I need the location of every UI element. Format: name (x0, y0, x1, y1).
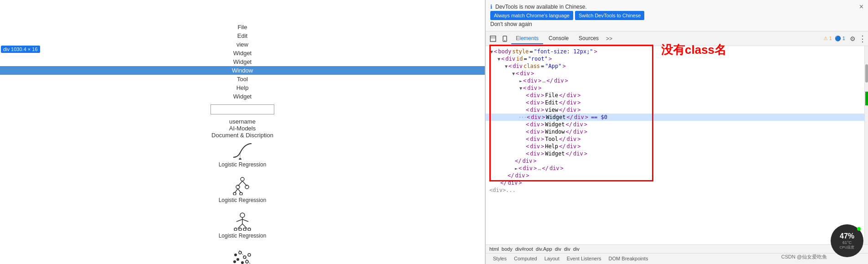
tree-arrow-3[interactable]: ▼ (512, 71, 515, 76)
breadcrumb-divroot[interactable]: div#root (515, 246, 533, 252)
svg-point-0 (239, 158, 241, 160)
csdn-watermark: CSDN @仙女爱吃鱼 (781, 254, 827, 260)
tree-arrow-body[interactable]: ▼ (490, 49, 493, 54)
tree-arrow-root[interactable]: ▼ (498, 57, 500, 62)
menu-edit[interactable]: Edit (197, 31, 288, 40)
tree-div-4[interactable]: ▼ <div> (486, 84, 864, 92)
tree-div-root[interactable]: ▼ <div id="root" > (486, 55, 864, 62)
tree-div-app[interactable]: ▼ <div class="App" > (486, 62, 864, 70)
devtools-content: ▼ <body style="font-size: 12px;" > ▼ <di… (486, 46, 868, 244)
logistic-network-icon (231, 212, 254, 231)
document-label: Document & Discription (211, 132, 273, 139)
node-label-logistic2: Logistic Regression (219, 197, 267, 203)
tree-div-file[interactable]: <div> File </div> (486, 92, 864, 99)
tree-div-widget2[interactable]: <div> Widget </div> (486, 121, 864, 128)
cpu-green-dot (857, 227, 861, 231)
tree-arrow-app[interactable]: ▼ (505, 64, 508, 69)
app-panel: div 1030.4 × 16 File Edit view Widget Wi… (0, 0, 485, 264)
settings-icon[interactable]: ⚙ (848, 34, 858, 43)
svg-point-11 (240, 213, 245, 217)
tab-elements[interactable]: Elements (511, 33, 543, 44)
scrollbar-thumb[interactable] (865, 64, 868, 83)
node-logistic2[interactable]: Logistic Regression (219, 177, 267, 203)
more-options-icon[interactable]: ⋮ (858, 34, 866, 44)
breadcrumb-html[interactable]: html (489, 246, 499, 252)
notification-row: ℹ DevTools is now available in Chinese. … (490, 3, 863, 11)
devtools-panel: ℹ DevTools is now available in Chinese. … (485, 0, 868, 264)
notification-buttons: Always match Chrome's language Switch De… (490, 11, 863, 20)
cpu-percentage: 47% (840, 232, 854, 240)
node-logistic1[interactable]: Logistic Regression (219, 141, 267, 168)
svg-line-13 (236, 219, 242, 222)
inspect-icon[interactable] (488, 33, 498, 44)
tree-div-widget-selected[interactable]: ··· <div> Widget </div> == $0 (486, 114, 864, 121)
tab-console[interactable]: Console (544, 33, 573, 44)
tree-arrow-c1[interactable]: ► (519, 78, 522, 83)
tree-div-widget3[interactable]: <div> Widget </div> (486, 150, 864, 157)
devtools-scrollbar[interactable] (864, 46, 868, 244)
svg-point-20 (248, 228, 251, 231)
svg-point-23 (233, 260, 236, 263)
devtools-notification: ℹ DevTools is now available in Chinese. … (486, 0, 868, 31)
info-icon: ℹ (490, 4, 493, 10)
svg-point-22 (236, 258, 239, 261)
menu-widget3[interactable]: Widget (197, 92, 288, 101)
menu-widget1[interactable]: Widget (197, 49, 288, 57)
menu-widget2[interactable]: Widget (197, 57, 288, 66)
svg-point-17 (234, 228, 237, 231)
more-tabs-button[interactable]: >> (604, 35, 614, 43)
breadcrumb-div3[interactable]: div (573, 246, 580, 252)
tree-arrow-c2[interactable]: ► (515, 166, 518, 171)
tree-div-tool[interactable]: <div> Tool </div> (486, 135, 864, 143)
cpu-label: CPU温度 (840, 245, 855, 250)
menu-file[interactable]: File (197, 23, 288, 31)
tree-div-edit[interactable]: <div> Edit </div> (486, 99, 864, 106)
menu-container: File Edit view Widget Widget Window Tool… (0, 23, 485, 264)
tree-body-tag[interactable]: ▼ <body style="font-size: 12px;" > (486, 48, 864, 55)
tree-dots: ··· (519, 115, 526, 120)
svg-point-28 (241, 261, 244, 264)
tree-div-3[interactable]: ▼ <div> (486, 70, 864, 77)
tree-div-collapsed1[interactable]: ► <div> … </div> (486, 77, 864, 84)
bottom-tab-event-listeners[interactable]: Event Listeners (563, 254, 605, 264)
cpu-temp: 61°C (842, 240, 852, 245)
bottom-tab-dom-breakpoints[interactable]: DOM Breakpoints (605, 254, 652, 264)
menu-view[interactable]: view (197, 40, 288, 49)
tree-div-view[interactable]: <div> view </div> (486, 106, 864, 114)
node-logistic3[interactable]: Logistic Regression (219, 212, 267, 239)
device-icon[interactable] (499, 33, 510, 44)
tree-arrow-4[interactable]: ▼ (519, 86, 522, 91)
breadcrumb-body[interactable]: body (502, 246, 513, 252)
svg-point-33 (504, 40, 505, 41)
menu-tool[interactable]: Tool (197, 75, 288, 83)
menu-window[interactable]: Window (0, 66, 485, 75)
svg-point-27 (248, 254, 251, 256)
menu-help[interactable]: Help (197, 83, 288, 92)
warning-badge: ⚠ 1 (823, 36, 832, 41)
breadcrumb-divapp[interactable]: div.App (536, 246, 552, 252)
dont-show-button[interactable]: Don't show again (490, 20, 863, 28)
svm-scatter-icon (231, 248, 254, 264)
match-language-button[interactable]: Always match Chrome's language (490, 11, 573, 20)
bottom-tab-computed[interactable]: Computed (510, 254, 541, 264)
tab-sources[interactable]: Sources (574, 33, 603, 44)
search-input[interactable] (211, 104, 274, 114)
node-label-logistic1: Logistic Regression (219, 161, 267, 168)
tree-close-app: </div> (486, 179, 864, 186)
bottom-tab-styles[interactable]: Styles (489, 254, 510, 264)
node-svm[interactable]: Svm (231, 248, 254, 264)
tree-div-collapsed2[interactable]: ► <div> … </div> (486, 165, 864, 172)
breadcrumb-div1[interactable]: div (555, 246, 561, 252)
tree-div-window[interactable]: <div> Window </div> (486, 128, 864, 135)
devtools-toolbar: Elements Console Sources >> ⚠ 1 🔵 1 ⚙ ⋮ (486, 31, 868, 46)
ai-models-label: AI-Models (229, 125, 256, 132)
notification-close-button[interactable]: × (859, 3, 863, 11)
bottom-tab-layout[interactable]: Layout (541, 254, 563, 264)
switch-chinese-button[interactable]: Switch DevTools to Chinese (575, 11, 644, 20)
breadcrumb-div2[interactable]: div (564, 246, 570, 252)
svg-rect-30 (490, 36, 496, 41)
tree-div-help[interactable]: <div> Help </div> (486, 143, 864, 150)
svg-point-26 (246, 260, 248, 263)
node-label-logistic3: Logistic Regression (219, 233, 267, 239)
tree-close-3: </div> (486, 172, 864, 179)
